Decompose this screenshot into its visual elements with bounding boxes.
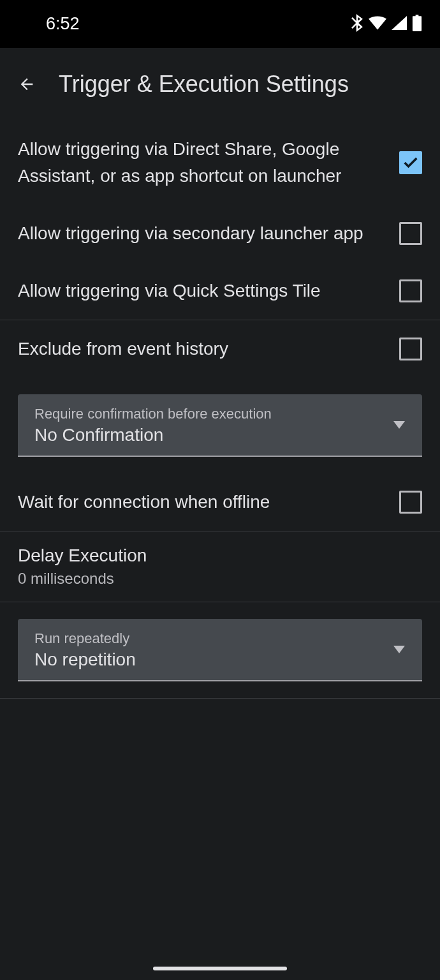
divider (0, 698, 440, 699)
dropdown-value: No Confirmation (34, 425, 272, 445)
delay-label: Delay Execution (18, 546, 422, 566)
status-time: 6:52 (46, 14, 80, 34)
setting-secondary-launcher[interactable]: Allow triggering via secondary launcher … (0, 205, 440, 262)
setting-label: Wait for connection when offline (18, 489, 399, 516)
divider (0, 602, 440, 602)
dropdown-confirmation[interactable]: Require confirmation before execution No… (18, 394, 422, 457)
checkbox-secondary-launcher[interactable] (399, 222, 422, 245)
setting-delay-execution[interactable]: Delay Execution 0 milliseconds (0, 531, 440, 602)
dropdown-value: No repetition (34, 650, 136, 670)
wifi-icon (369, 16, 386, 33)
battery-icon (412, 15, 422, 34)
signal-icon (392, 16, 407, 33)
status-bar: 6:52 (0, 0, 440, 48)
arrow-left-icon (18, 74, 36, 94)
back-button[interactable] (18, 75, 36, 93)
status-icons (351, 14, 422, 34)
setting-direct-share[interactable]: Allow triggering via Direct Share, Googl… (0, 121, 440, 205)
nav-handle[interactable] (153, 967, 287, 970)
navigation-bar (0, 957, 440, 980)
checkbox-quick-settings[interactable] (399, 279, 422, 302)
checkbox-exclude-history[interactable] (399, 338, 422, 360)
dropdown-repetition[interactable]: Run repeatedly No repetition (18, 619, 422, 681)
chevron-down-icon (393, 420, 406, 431)
setting-label: Exclude from event history (18, 336, 399, 362)
dropdown-text: Require confirmation before execution No… (34, 406, 272, 445)
setting-label: Allow triggering via Direct Share, Googl… (18, 136, 399, 189)
delay-value: 0 milliseconds (18, 570, 422, 588)
setting-wait-connection[interactable]: Wait for connection when offline (0, 473, 440, 531)
setting-label: Allow triggering via secondary launcher … (18, 220, 399, 247)
setting-exclude-history[interactable]: Exclude from event history (0, 320, 440, 378)
chevron-down-icon (393, 644, 406, 656)
dropdown-label: Require confirmation before execution (34, 406, 272, 422)
bluetooth-icon (351, 14, 363, 34)
dropdown-text: Run repeatedly No repetition (34, 630, 136, 670)
checkbox-direct-share[interactable] (399, 151, 422, 174)
dropdown-label: Run repeatedly (34, 630, 136, 647)
checkbox-wait-connection[interactable] (399, 491, 422, 514)
setting-quick-settings[interactable]: Allow triggering via Quick Settings Tile (0, 262, 440, 320)
settings-content: Allow triggering via Direct Share, Googl… (0, 121, 440, 699)
page-title: Trigger & Execution Settings (59, 71, 349, 98)
app-bar: Trigger & Execution Settings (0, 48, 440, 121)
check-icon (402, 154, 420, 172)
setting-label: Allow triggering via Quick Settings Tile (18, 278, 399, 304)
